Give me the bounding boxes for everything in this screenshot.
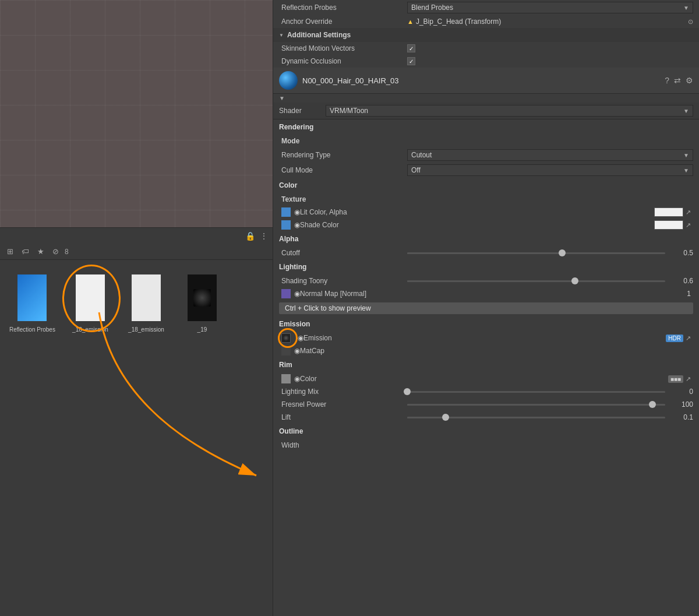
chevron-down-icon: ▼ [683,152,689,159]
skinned-motion-vectors-row: Skinned Motion Vectors ✓ [273,42,699,55]
shading-toony-label: Shading Toony [279,277,407,285]
fresnel-power-label: Fresnel Power [279,400,407,409]
collapse-icon[interactable]: ▼ [279,95,285,101]
left-panel: 🔒 ⋮ ⊞ 🏷 ★ ⊘ 8 Reflection Probes [0,0,273,616]
matcap-row: ◉MatCap [273,344,699,357]
alpha-header: Alpha [273,231,699,247]
emission-header: Emission [273,316,699,332]
shader-dropdown[interactable]: VRM/MToon ▼ [326,105,693,117]
transform-icon: ▲ [407,18,414,25]
normal-map-row: ◉Normal Map [Normal] 1 [273,287,699,300]
cutoff-label: Cutoff [279,249,407,257]
lighting-header: Lighting [273,259,699,274]
shade-color-icon [281,220,291,230]
list-item[interactable]: _19 [181,272,223,333]
tooltip: Ctrl + Click to show preview [279,302,693,314]
cull-mode-dropdown[interactable]: Off ▼ [407,164,693,176]
anchor-override-value: ▲ J_Bip_C_Head (Transform) [407,17,501,26]
lighting-mix-slider[interactable] [407,391,665,393]
shading-toony-row: Shading Toony 0.6 [273,274,699,287]
more-icon[interactable]: ⋮ [260,231,268,241]
lit-color-swatch[interactable] [654,207,683,217]
cutoff-value-container: 0.5 [407,249,693,257]
material-name: N00_000_Hair_00_HAIR_03 [302,76,660,85]
asset-thumb-dark [181,272,223,324]
asset-toolbar: ⊞ 🏷 ★ ⊘ 8 [0,244,273,260]
asset-label: Reflection Probes [9,326,55,333]
rendering-header: Rendering [273,119,699,135]
shade-color-swatch[interactable] [654,220,683,230]
width-label: Width [279,441,407,449]
dynamic-occlusion-checkbox[interactable]: ✓ [407,57,415,65]
filter-btn[interactable]: ⊘ [50,246,61,257]
texture-label: Texture [273,193,699,206]
right-panel: Reflection Probes Blend Probes ▼ Anchor … [273,0,699,616]
outline-header: Outline [273,424,699,439]
rendering-type-dropdown[interactable]: Cutout ▼ [407,149,693,161]
viewport [0,0,273,227]
asset-label: _18_emission [72,326,108,333]
list-item[interactable]: _18_emission [69,272,111,333]
emission-texture-icon [281,333,291,343]
lift-row: Lift 0.1 [273,411,699,424]
help-icon[interactable]: ? [665,76,669,85]
asset-label: _19 [197,326,207,333]
link-icon[interactable]: ↗ [686,335,691,342]
star-btn[interactable]: ★ [35,246,47,257]
reflection-probes-dropdown-text: Blend Probes [411,3,453,12]
shader-value: VRM/MToon [330,107,368,115]
link-icon[interactable]: ↗ [686,375,691,383]
asset-thumb-white [69,272,111,324]
list-item[interactable]: Reflection Probes [9,272,55,333]
chevron-down-icon: ▼ [683,167,689,174]
normal-map-label: ◉Normal Map [Normal] [294,290,673,298]
link-icon[interactable]: ↗ [686,209,691,216]
matcap-label: ◉MatCap [294,347,691,355]
reflection-probes-label: Reflection Probes [279,3,407,12]
skinned-motion-vectors-checkbox[interactable]: ✓ [407,44,415,52]
target-icon[interactable]: ⊙ [688,18,693,26]
rim-header: Rim [273,357,699,372]
normal-map-icon [281,289,291,298]
gray-badge[interactable]: ■■■ [668,375,683,383]
hdr-badge[interactable]: HDR [666,335,683,342]
cull-mode-label: Cull Mode [279,166,407,174]
scene-icon-btn[interactable]: ⊞ [5,246,16,257]
rim-color-icon [281,374,291,383]
rendering-type-label: Rendering Type [279,151,407,159]
shading-toony-slider[interactable] [407,280,665,282]
link-icon[interactable]: ↗ [686,221,691,229]
additional-settings-header[interactable]: ▼ Additional Settings [273,28,699,42]
cutoff-value: 0.5 [670,249,693,257]
settings-icon[interactable]: ⇄ [674,76,681,85]
shade-color-label: ◉Shade Color [294,221,654,229]
reflection-probes-dropdown[interactable]: Blend Probes ▼ [407,2,693,13]
cull-mode-text: Off [411,166,421,174]
lit-color-label: ◉Lit Color, Alpha [294,208,654,216]
tag-btn[interactable]: 🏷 [19,246,31,257]
shading-toony-value: 0.6 [670,277,693,285]
bottom-toolbar: 🔒 ⋮ [0,227,273,244]
rendering-type-row: Rendering Type Cutout ▼ [273,147,699,163]
rendering-type-text: Cutout [411,151,432,159]
reflection-probes-value-container: Blend Probes ▼ [407,2,693,13]
lighting-mix-value-container: 0 [407,388,693,396]
lit-color-icon [281,207,291,217]
gear-icon[interactable]: ⚙ [686,76,693,85]
additional-settings-title: Additional Settings [287,31,351,39]
lighting-mix-value: 0 [670,388,693,396]
fresnel-power-slider[interactable] [407,404,665,406]
rim-color-label: ◉Color [294,375,668,383]
cutoff-slider[interactable] [407,252,665,254]
lift-slider[interactable] [407,417,665,418]
shade-color-row: ◉Shade Color ↗ [273,219,699,231]
normal-map-value: 1 [673,290,691,298]
list-item[interactable]: _18_emission [125,272,167,333]
lock-icon[interactable]: 🔒 [245,231,255,241]
dynamic-occlusion-row: Dynamic Occlusion ✓ [273,55,699,68]
lighting-mix-row: Lighting Mix 0 [273,385,699,398]
shader-label: Shader [279,107,326,115]
fresnel-power-row: Fresnel Power 100 [273,398,699,411]
chevron-down-icon: ▼ [683,5,689,11]
lighting-mix-label: Lighting Mix [279,388,407,396]
